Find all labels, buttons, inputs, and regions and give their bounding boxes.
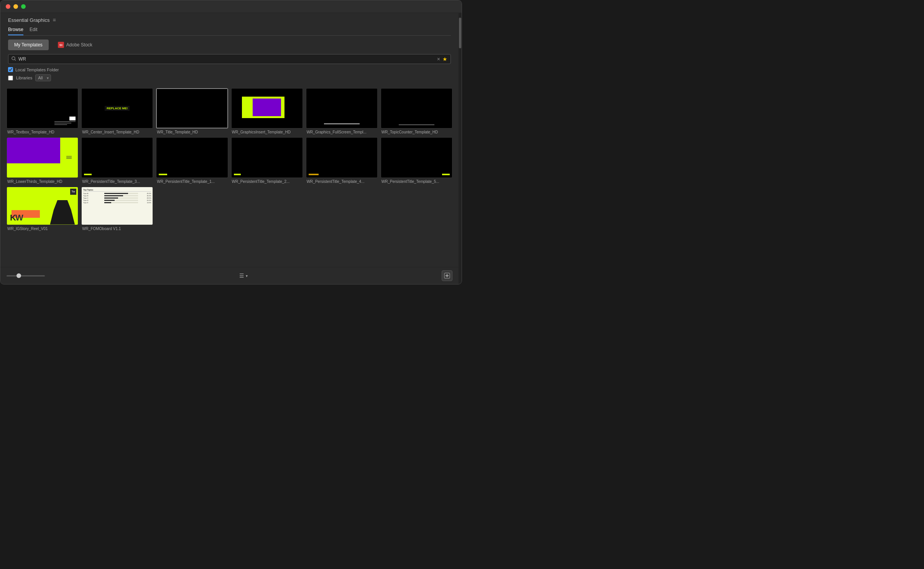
replace-me-label: REPLACE ME! [105,106,130,111]
tab-edit[interactable]: Edit [30,27,38,35]
persistent-thumbnail [82,138,153,177]
svg-line-1 [15,59,16,61]
template-card[interactable]: WR_LowerThirds_Template_HD [7,137,78,183]
template-name: WR_LowerThirds_Template_HD [7,179,78,184]
template-thumbnail [231,137,303,178]
lower-purple-rect [7,138,60,165]
search-favorites-icon[interactable]: ★ [442,56,447,62]
fomoboard-row: Topic A 45.0% [83,192,151,194]
search-row: × ★ [8,54,451,64]
persistent-thumbnail [306,138,377,177]
fomoboard-header: Top Topics [83,189,151,192]
topic-counter-thumbnail [381,89,452,128]
panel-header: Essential Graphics ≡ Browse Edit My Temp… [0,13,459,85]
template-thumbnail: Tw K W [7,187,78,225]
template-name: WR_IGStory_Reel_V01 [7,227,78,231]
svg-point-0 [12,57,15,60]
template-card[interactable]: WR_GraphicsInsert_Template_HD [231,88,303,134]
persistent-indicator [442,174,450,175]
purple-rect [253,99,281,116]
fomoboard-row: Topic E 13.0% [83,202,151,204]
template-card[interactable]: WR_Title_Template_HD [156,88,228,134]
persistent-thumbnail [156,138,227,177]
template-name: WR_Title_Template_HD [156,130,228,134]
maximize-button[interactable] [21,4,26,9]
local-templates-row: Local Templates Folder [8,67,451,72]
adobe-stock-button[interactable]: St Adobe Stock [52,39,99,50]
scrollbar-thumb[interactable] [459,18,461,48]
search-icon [12,56,16,62]
my-templates-button[interactable]: My Templates [8,39,49,50]
title-thumbnail [157,89,227,128]
libraries-dropdown[interactable]: All [35,74,51,81]
fullscreen-thumbnail [306,89,377,128]
template-name: WR_PersistentTitle_Template_3... [81,179,153,184]
igstory-thumbnail: Tw K W [7,187,78,225]
persistent-thumbnail [381,138,452,177]
source-buttons: My Templates St Adobe Stock [8,39,451,50]
template-thumbnail: Top Topics Topic A 45.0% Topic B [81,187,153,225]
template-card[interactable]: Tw K W WR_IGStory_Reel_V01 [7,187,78,231]
persistent-indicator [309,174,319,175]
filter-row: Local Templates Folder Libraries All ▾ [8,67,451,81]
tab-browse[interactable]: Browse [8,27,23,35]
textbox-thumbnail [7,89,78,128]
fomoboard-rows: Topic A 45.0% Topic B 36.0% [83,192,151,204]
template-thumbnail [7,137,78,178]
content-area[interactable]: WR_Textbox_Template_HD REPLACE ME! WR_Ce… [0,85,459,267]
view-options: ☰ ▾ [239,273,248,279]
center-insert-thumbnail: REPLACE ME! [82,89,153,128]
template-card[interactable]: WR_PersistentTitle_Template_4... [306,137,378,183]
local-templates-label[interactable]: Local Templates Folder [15,67,59,72]
template-name: WR_PersistentTitle_Template_5... [381,179,452,184]
list-view-icon[interactable]: ☰ [239,273,244,279]
template-card[interactable]: WR_PersistentTitle_Template_3... [81,137,153,183]
template-card[interactable]: WR_PersistentTitle_Template_5... [381,137,452,183]
templates-grid: WR_Textbox_Template_HD REPLACE ME! WR_Ce… [7,88,452,231]
template-name: WR_GraphicsInsert_Template_HD [231,130,303,134]
template-card[interactable]: WR_PersistentTitle_Template_1... [156,137,228,183]
title-bar [0,0,462,13]
template-card[interactable]: WR_Graphics_FullScreen_Templ... [306,88,378,134]
template-card[interactable]: REPLACE ME! WR_Center_Insert_Template_HD [81,88,153,134]
fomoboard-row: Topic C 28.5% [83,197,151,199]
search-input[interactable] [18,56,435,62]
minimize-button[interactable] [13,4,18,9]
main-panel: Essential Graphics ≡ Browse Edit My Temp… [0,13,459,284]
template-name: WR_PersistentTitle_Template_1... [156,179,228,184]
template-thumbnail [306,88,378,128]
scrollbar-track[interactable] [459,13,462,284]
template-card[interactable]: WR_TopicCounter_Template_HD [381,88,452,134]
lower-right-yellow [60,138,78,177]
search-clear-icon[interactable]: × [437,56,440,62]
template-name: WR_Textbox_Template_HD [7,130,78,134]
template-thumbnail [7,88,78,128]
template-card[interactable]: WR_PersistentTitle_Template_2... [231,137,303,183]
fullscreen-line [324,123,360,124]
menu-icon[interactable]: ≡ [53,17,56,23]
libraries-checkbox[interactable] [8,76,13,81]
local-templates-checkbox[interactable] [8,67,13,72]
persistent-indicator [234,174,241,175]
view-dropdown-icon[interactable]: ▾ [246,274,248,278]
libraries-label[interactable]: Libraries [16,76,32,80]
template-name: WR_FOMOboard V1.1 [81,227,153,231]
fomoboard-row: Topic D 20.0% [83,199,151,201]
template-name: WR_Graphics_FullScreen_Templ... [306,130,378,134]
fomoboard-thumbnail: Top Topics Topic A 45.0% Topic B [82,187,153,225]
persistent-indicator [159,174,167,175]
template-thumbnail [81,137,153,178]
template-thumbnail [306,137,378,178]
igstory-w-letter: W [15,213,23,223]
zoom-slider[interactable] [7,275,45,276]
close-button[interactable] [6,4,10,9]
persistent-thumbnail [232,138,303,177]
template-card[interactable]: Top Topics Topic A 45.0% Topic B [81,187,153,231]
bottom-bar: ☰ ▾ [0,267,459,284]
tabs: Browse Edit [8,27,451,36]
template-name: WR_PersistentTitle_Template_4... [306,179,378,184]
panel-title-row: Essential Graphics ≡ [8,17,451,23]
template-thumbnail [381,88,452,128]
add-graphic-button[interactable] [442,270,452,281]
template-card[interactable]: WR_Textbox_Template_HD [7,88,78,134]
